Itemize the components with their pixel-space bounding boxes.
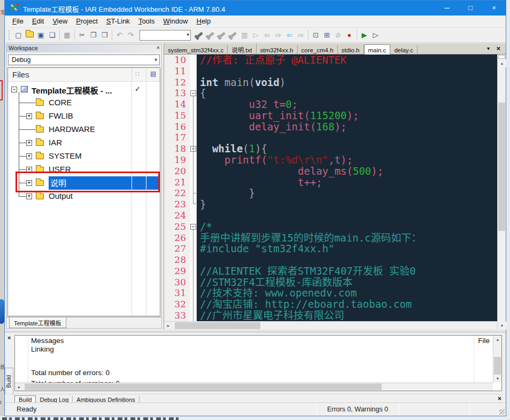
minimize-button[interactable]: ─ xyxy=(435,1,459,15)
tree-item-CORE[interactable]: CORE xyxy=(8,96,160,110)
scroll-right-icon[interactable]: ► xyxy=(15,383,24,391)
browse-icon[interactable]: ▷ xyxy=(250,29,261,41)
menu-stlink[interactable]: ST-Link xyxy=(102,15,134,25)
incremental-search-icon[interactable]: ▥ xyxy=(239,29,250,41)
paste-icon[interactable]: ❒ xyxy=(99,29,110,41)
editor-vertical-scrollbar[interactable]: ▲ ▼ xyxy=(497,55,506,330)
menu-project[interactable]: Project xyxy=(72,15,102,25)
menu-file[interactable]: File xyxy=(8,15,28,25)
code-line-33[interactable]: 33//广州市星翼电子科技有限公司 xyxy=(164,310,497,321)
tree-item-HARDWARE[interactable]: HARDWARE xyxy=(8,123,160,136)
next-statement-icon[interactable]: ⇨ xyxy=(273,29,284,41)
find-in-files-icon[interactable] xyxy=(228,29,239,41)
menu-tools[interactable]: Tools xyxy=(134,15,159,25)
messages-vertical-scrollbar[interactable]: ▲ ▼ xyxy=(493,336,501,383)
debug-without-downloading-icon[interactable]: ▷ xyxy=(370,29,381,41)
undo-icon[interactable]: ↶ xyxy=(114,29,125,41)
stop-build-icon[interactable]: ⊘ xyxy=(333,29,344,41)
code-line-29[interactable]: 29//ALIENTEK 探索者STM32F407开发板 实验0 xyxy=(164,266,497,277)
split-view-button[interactable] xyxy=(498,55,505,59)
code-line-14[interactable]: 14 u32 t=0; xyxy=(164,99,497,110)
tree-item-project[interactable]: − Template工程模板 - ... ✓ xyxy=(8,83,160,96)
scroll-up-icon[interactable]: ▲ xyxy=(493,336,502,344)
menu-window[interactable]: Window xyxy=(159,15,192,25)
messages-horizontal-scrollbar[interactable]: ◄ ► xyxy=(15,383,493,391)
code-line-20[interactable]: 20 delay_ms(500); xyxy=(164,166,497,177)
build-side-tab[interactable]: Build xyxy=(5,368,13,396)
menu-view[interactable]: View xyxy=(48,15,72,25)
code-line-12[interactable]: 12int main(void) xyxy=(164,77,497,88)
scroll-right-icon[interactable]: ► xyxy=(164,322,173,330)
vertical-scrollbar-thumb[interactable] xyxy=(498,103,505,231)
code-line-18[interactable]: 18− while(1){ xyxy=(164,143,497,154)
horizontal-scrollbar-thumb[interactable] xyxy=(175,322,260,329)
code-line-26[interactable]: 26手册中讲解到步骤15的时候的main.c源码如下： xyxy=(164,232,497,244)
message-row[interactable]: Total number of errors: 0 xyxy=(31,369,110,377)
horizontal-scrollbar-thumb[interactable] xyxy=(25,384,382,390)
toolbar-search-combobox[interactable]: ▾ xyxy=(140,30,191,41)
expand-icon[interactable]: + xyxy=(26,140,32,146)
code-line-25[interactable]: 25−/* xyxy=(164,221,497,232)
code-line-28[interactable]: 28 xyxy=(164,254,497,266)
workspace-close-icon[interactable]: × xyxy=(157,44,160,51)
menu-edit[interactable]: Edit xyxy=(28,15,48,25)
print-icon[interactable]: ▦ xyxy=(61,29,73,41)
debug-icon[interactable]: ● xyxy=(344,29,355,41)
find-next-icon[interactable] xyxy=(205,29,217,41)
compile-icon[interactable]: ⊞ xyxy=(321,29,333,41)
editor-tab-main.c[interactable]: main.c xyxy=(364,44,391,56)
vertical-scrollbar-thumb[interactable] xyxy=(494,357,501,375)
code-line-21[interactable]: 21 t++; xyxy=(164,177,497,188)
close-button[interactable]: × xyxy=(482,1,506,15)
tree-item-FWLIB[interactable]: +FWLIB xyxy=(8,110,160,123)
previous-statement-icon[interactable]: ⇦ xyxy=(261,29,273,41)
scroll-down-icon[interactable]: ▼ xyxy=(498,322,506,330)
toolbar-grip[interactable] xyxy=(9,30,11,40)
expand-icon[interactable]: + xyxy=(26,193,32,199)
expand-icon[interactable]: + xyxy=(26,153,32,159)
file-column-header[interactable]: File xyxy=(478,337,490,345)
fold-collapse-icon[interactable]: − xyxy=(190,224,196,230)
menu-help[interactable]: Help xyxy=(192,15,215,25)
code-line-30[interactable]: 30//STM32F4工程模板-库函数版本 xyxy=(164,277,497,288)
build-panel-close-icon[interactable]: × xyxy=(7,335,11,341)
open-folder-icon[interactable] xyxy=(24,29,35,41)
code-line-11[interactable]: 11 xyxy=(164,66,497,77)
fold-collapse-icon[interactable]: − xyxy=(190,90,196,96)
code-line-16[interactable]: 16 delay_init(168); xyxy=(164,121,497,133)
redo-icon[interactable]: ↷ xyxy=(125,29,136,41)
code-line-31[interactable]: 31//技术支持: www.openedv.com xyxy=(164,287,497,299)
code-line-13[interactable]: 13−{ xyxy=(164,88,497,99)
workspace-panel-header[interactable]: Workspace × xyxy=(6,44,161,52)
code-line-22[interactable]: 22 } xyxy=(164,188,497,199)
code-line-15[interactable]: 15 uart_init(115200); xyxy=(164,110,497,121)
editor-horizontal-scrollbar[interactable]: ◄ ► xyxy=(164,321,497,330)
maximize-button[interactable]: □ xyxy=(459,1,482,15)
save-icon[interactable]: ▣ xyxy=(35,29,47,41)
files-column-header[interactable]: Files ∷ ▤ xyxy=(8,68,160,82)
build-configuration-dropdown[interactable]: Debug ▾ xyxy=(8,55,160,65)
code-line-32[interactable]: 32//淘宝店铺: http://eboard.taobao.com xyxy=(164,299,497,310)
expand-icon[interactable]: + xyxy=(26,113,32,119)
code-lines[interactable]: 10//作者: 正点原子 @ALIENTEK1112int main(void)… xyxy=(164,55,497,321)
navigate-backward-icon[interactable]: ⇦ xyxy=(284,29,295,41)
code-line-24[interactable]: 24 xyxy=(164,210,497,221)
code-line-27[interactable]: 27#include "stm32f4xx.h" xyxy=(164,243,497,254)
tree-item-IAR[interactable]: +IAR xyxy=(8,136,160,150)
find-icon[interactable] xyxy=(194,29,205,41)
messages-column-header[interactable]: Messages xyxy=(31,337,64,345)
navigate-forward-icon[interactable]: ⇨ xyxy=(295,29,306,41)
collapse-icon[interactable]: − xyxy=(11,87,17,92)
cut-icon[interactable]: ✂ xyxy=(76,29,88,41)
make-icon[interactable]: ⊡ xyxy=(310,29,321,41)
new-document-icon[interactable]: ▢ xyxy=(13,29,24,41)
scroll-up-icon[interactable]: ▲ xyxy=(498,59,506,67)
build-messages-list[interactable]: Messages File LinkingTotal number of err… xyxy=(14,335,502,391)
code-line-19[interactable]: 19 printf("t:%d\r\n",t); xyxy=(164,154,497,166)
code-line-17[interactable]: 17 xyxy=(164,132,497,143)
save-all-icon[interactable]: ❏ xyxy=(47,29,58,41)
editor-tab-说明.txt[interactable]: 说明.txt xyxy=(228,43,256,55)
workspace-project-tab[interactable]: Template工程模板 xyxy=(9,317,66,328)
code-area[interactable]: 10//作者: 正点原子 @ALIENTEK1112int main(void)… xyxy=(164,55,506,330)
copy-icon[interactable]: ❐ xyxy=(88,29,99,41)
